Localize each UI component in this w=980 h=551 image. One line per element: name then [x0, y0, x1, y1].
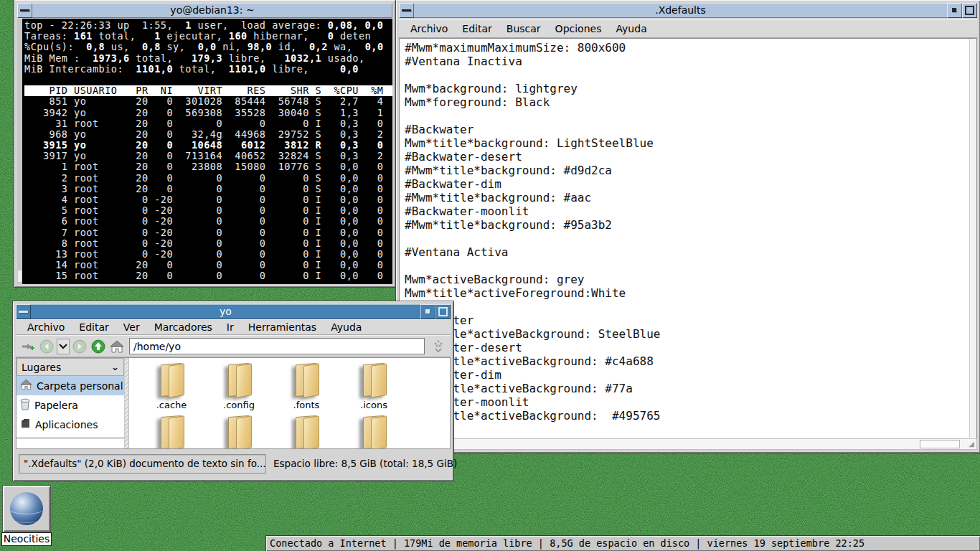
terminal-process-row: 851 yo 20 0 301028 85444 56748 S 2,7 4 — [24, 96, 392, 107]
folder-icon — [225, 415, 253, 448]
terminal-scrollbar-thumb[interactable] — [18, 270, 22, 282]
free-space-info: Espacio libre: 8,5 GiB (total: 18,5 GiB) — [273, 458, 458, 469]
fm-folder-row1: .cache.config.fonts.icons — [138, 363, 450, 410]
editor-line: Mwm*title*background: LightSteelBlue — [405, 136, 976, 150]
maximize-button[interactable] — [962, 3, 977, 18]
places-dropdown[interactable]: Lugares ⌄ — [17, 358, 124, 376]
globe-icon — [10, 492, 43, 525]
folder-item[interactable] — [340, 415, 407, 448]
window-menu-button[interactable] — [399, 3, 414, 18]
folder-icon — [157, 363, 186, 396]
dotted-diamond-icon — [433, 340, 444, 353]
path-input[interactable] — [129, 338, 425, 354]
back-button[interactable] — [38, 337, 55, 356]
fm-menu-marcadores[interactable]: Marcadores — [147, 321, 220, 333]
fm-menu-archivo[interactable]: Archivo — [20, 321, 72, 333]
chevron-down-icon — [59, 344, 67, 349]
folder--config[interactable]: .config — [205, 363, 273, 410]
editor-line: #Ventana Activa — [405, 245, 976, 259]
fm-menu-editar[interactable]: Editar — [72, 321, 116, 333]
editor-line: #Mwm*title*background: #aac — [405, 191, 976, 204]
new-tab-button[interactable] — [19, 337, 37, 356]
editor-menu-editar[interactable]: Editar — [455, 23, 499, 34]
fm-toolbar — [16, 335, 451, 357]
up-button[interactable] — [90, 337, 107, 356]
desktop-icon-label: Neocities — [1, 532, 52, 546]
folder-item[interactable] — [273, 415, 340, 448]
editor-line: #Backwater-dim — [405, 368, 976, 382]
folder--icons[interactable]: .icons — [340, 363, 407, 410]
folder--cache[interactable]: .cache — [138, 363, 205, 410]
pane-splitter[interactable] — [124, 358, 129, 448]
fm-menu-ir[interactable]: Ir — [220, 321, 241, 333]
terminal-window: yo@debian13: ~ top - 22:26:33 up 1:55, 1… — [14, 0, 395, 287]
resize-grip-icon[interactable]: ◢ — [969, 441, 974, 448]
folder-item[interactable] — [205, 415, 273, 448]
editor-line: #Backwater-dim — [405, 177, 976, 191]
editor-text-area[interactable]: #Mwm*maximumMaximumSize: 800x600#Ventana… — [399, 38, 977, 438]
editor-line: #Backwater-moonlit — [405, 395, 976, 409]
sidebar-item-papelera[interactable]: Papelera — [17, 395, 124, 415]
desktop-statusbar: Conectado a Internet | 179Mi de memoria … — [266, 536, 980, 551]
editor-menu-ayuda[interactable]: Ayuda — [608, 23, 654, 34]
selection-info: ".Xdefaults" (2,0 KiB) documento de text… — [19, 454, 266, 474]
editor-line: #Backwater-desert — [405, 150, 976, 164]
fm-icon-view[interactable]: .cache.config.fonts.icons — [129, 358, 450, 448]
editor-menu-opciones[interactable]: Opciones — [548, 23, 609, 34]
maximize-button[interactable] — [435, 304, 451, 319]
terminal-scrollbar[interactable] — [17, 19, 22, 284]
editor-horizontal-scrollbar[interactable] — [920, 440, 960, 448]
editor-line: #Backwater — [405, 314, 976, 327]
window-menu-button[interactable] — [16, 304, 31, 319]
sidebar-item-carpeta-personal[interactable]: Carpeta personal — [17, 376, 124, 395]
neocities-button[interactable] — [3, 486, 50, 532]
filemanager-window-title: yo — [31, 304, 420, 319]
terminal-process-row: 3942 yo 20 0 569308 35528 30040 S 1,3 1 — [24, 108, 392, 118]
forward-button[interactable] — [71, 337, 88, 356]
terminal-process-row: 15 root 20 0 0 0 0 I 0,0 0 — [24, 270, 392, 281]
fm-menu-ver[interactable]: Ver — [116, 321, 147, 333]
window-menu-button[interactable] — [17, 3, 32, 18]
folder-icon — [157, 415, 186, 448]
fm-menu-ayuda[interactable]: Ayuda — [324, 321, 369, 333]
minimize-button[interactable] — [947, 3, 962, 18]
terminal-process-row: 2 root 20 0 0 0 0 S 0,0 0 — [24, 173, 392, 184]
minimize-button[interactable] — [420, 304, 435, 319]
forward-arrow-icon — [72, 339, 87, 354]
terminal-table-header-line: PID USUARIO PR NI VIRT RES SHR S %CPU %M — [24, 85, 392, 96]
editor-line: Mwm*background: lightgrey — [405, 82, 976, 95]
filemanager-titlebar[interactable]: yo — [16, 304, 451, 319]
sidebar-item-aplicaciones[interactable]: Aplicaciones — [17, 415, 124, 434]
home-button[interactable] — [108, 337, 126, 356]
folder-label: .icons — [360, 400, 387, 410]
editor-menu-buscar[interactable]: Buscar — [499, 23, 548, 34]
editor-line: #Mwm*title*background: #d9d2ca — [405, 164, 976, 177]
folder--fonts[interactable]: .fonts — [273, 363, 340, 410]
terminal-summary-line: top - 22:26:33 up 1:55, 1 user, load ave… — [24, 20, 392, 31]
terminal-process-row: 6 root 0 -20 0 0 0 I 0,0 0 — [24, 216, 392, 227]
fm-menu-herramientas[interactable]: Herramientas — [241, 321, 324, 333]
terminal-text[interactable]: top - 22:26:33 up 1:55, 1 user, load ave… — [24, 20, 392, 284]
editor-line — [405, 109, 976, 123]
history-dropdown-button[interactable] — [57, 339, 70, 354]
jump-location-button[interactable] — [430, 337, 447, 356]
chevron-down-icon: ⌄ — [111, 362, 119, 372]
editor-vertical-scrollbar[interactable] — [969, 39, 976, 438]
terminal-window-title: yo@debian13: ~ — [32, 3, 392, 18]
editor-menu-archivo[interactable]: Archivo — [403, 23, 455, 34]
editor-line — [405, 259, 976, 273]
desktop-icon-neocities[interactable]: Neocities — [3, 486, 50, 546]
terminal-blank-line — [24, 75, 392, 85]
folder-item[interactable] — [138, 415, 205, 448]
editor-titlebar[interactable]: .Xdefaults — [399, 3, 977, 18]
editor-line: Mwm*foreground: Black — [405, 95, 976, 109]
sidebar-item-label: Carpeta personal — [37, 380, 123, 392]
editor-line: #Mwm*title*background: #95a3b2 — [405, 218, 976, 232]
folder-icon — [359, 363, 388, 396]
terminal-titlebar[interactable]: yo@debian13: ~ — [17, 3, 392, 18]
folder-label: .fonts — [293, 400, 320, 410]
editor-line: Mwm*title*activeForeground:White — [405, 286, 976, 300]
sidebar-item-label: Papelera — [34, 400, 78, 411]
terminal-process-row: 4 root 0 -20 0 0 0 I 0,0 0 — [24, 194, 392, 205]
back-arrow-icon — [39, 339, 54, 354]
